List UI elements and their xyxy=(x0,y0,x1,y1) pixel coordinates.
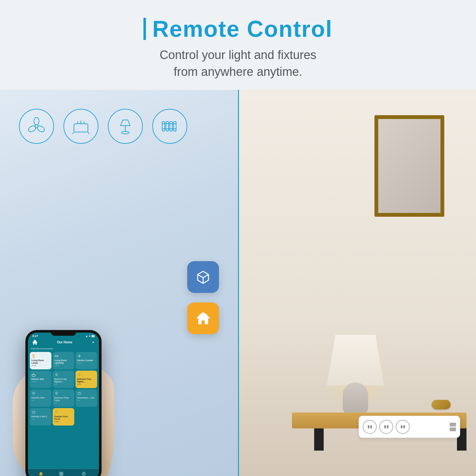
tile-floor-lamp-icon xyxy=(54,391,59,396)
outlet-hole xyxy=(368,425,369,428)
fan-icon xyxy=(27,117,46,136)
svg-point-3 xyxy=(28,125,37,133)
tile-name-kitchen-sink: Kitchen Sink xyxy=(31,378,50,380)
tile-name-downstairs-hall: Downstairs... Hall xyxy=(77,397,96,399)
nav-home-icon xyxy=(39,472,43,476)
nav-home[interactable]: Home xyxy=(38,472,43,476)
left-panel: 8:27 ▲ ● ▮▮ Our Home + Favorite Accessor… xyxy=(0,90,238,476)
lamp-base xyxy=(343,382,368,414)
tile-name-outside-front-porch: Outside Front Porch xyxy=(54,415,73,420)
page-title: Remote Control xyxy=(152,16,333,42)
svg-rect-4 xyxy=(74,124,88,132)
phone-section-title: Favorite Accessories xyxy=(28,346,99,351)
svg-rect-16 xyxy=(174,122,176,131)
usb-port-2 xyxy=(450,427,456,431)
tile-front-porch-icon xyxy=(54,410,59,414)
lamp-icon xyxy=(116,117,135,136)
tile-name-outside-patio: Outside Patio xyxy=(31,397,50,399)
lamp-icon-circle xyxy=(108,109,143,144)
svg-rect-48 xyxy=(62,472,63,473)
nav-automation-icon xyxy=(82,472,86,476)
nav-rooms[interactable]: Rooms xyxy=(58,472,64,476)
toaster-icon-circle xyxy=(63,109,98,144)
tile-outside-front-porch[interactable]: Outside Front Porch 100% xyxy=(53,408,74,426)
usb-port-1 xyxy=(450,423,456,426)
tile-strip-icon xyxy=(54,354,59,358)
svg-rect-25 xyxy=(32,374,35,376)
phone-frame: 8:27 ▲ ● ▮▮ Our Home + Favorite Accessor… xyxy=(25,330,102,476)
tile-status-bedroom-nightstand2: 60% xyxy=(77,383,96,385)
tile-status-outside-front-porch: 100% xyxy=(54,421,73,423)
tile-sink-icon xyxy=(31,373,36,377)
outlet-hole xyxy=(384,425,386,428)
tile-status-hallway2: Off xyxy=(31,418,50,420)
phone-notch xyxy=(51,330,76,336)
svg-marker-29 xyxy=(78,374,80,375)
title-bar-decoration xyxy=(143,18,146,40)
tile-status-bedroom-floor-lamp: Off xyxy=(54,402,73,404)
svg-point-51 xyxy=(82,472,85,475)
svg-line-8 xyxy=(73,132,74,134)
svg-rect-38 xyxy=(78,393,81,394)
svg-point-31 xyxy=(33,392,35,394)
svg-marker-10 xyxy=(121,120,130,126)
tile-hallway2[interactable]: Hallway 2 Hall 2 Off xyxy=(30,408,51,426)
svg-rect-22 xyxy=(55,355,58,357)
status-icons: ▲ ● ▮▮ xyxy=(85,334,95,338)
tile-name-bedroom-floor-lamp: Bedroom Floor Lamp xyxy=(54,397,73,402)
phone-tile-grid: Living Room Lamps 100% Living Room Light… xyxy=(28,351,99,427)
tile-outside-patio[interactable]: Outside Patio Off xyxy=(30,389,51,407)
outlet-hole xyxy=(403,425,405,428)
subtitle: Control your light and fixtures from any… xyxy=(0,47,476,80)
phone-add-icon[interactable]: + xyxy=(92,340,95,345)
outlet-holes-2 xyxy=(384,425,388,428)
usb-ports xyxy=(450,423,456,431)
svg-point-2 xyxy=(36,125,45,133)
phone-nav-bar: Our Home + xyxy=(28,338,99,346)
tile-downstairs-hall[interactable]: Downstairs... Hall Off xyxy=(76,389,97,407)
radiator-icon xyxy=(160,117,179,136)
header-section: Remote Control Control your light and fi… xyxy=(0,0,476,90)
subtitle-line2: from anywhere anytime. xyxy=(174,65,302,78)
svg-marker-36 xyxy=(56,392,57,393)
svg-rect-14 xyxy=(166,122,169,131)
tile-kitchen-sink[interactable]: Kitchen Sink 100% xyxy=(30,371,51,388)
tile-status-outside-patio: Off xyxy=(31,400,50,401)
tile-bedroom-nightstand2[interactable]: Bedroom Your Nights... 60% xyxy=(76,371,97,388)
tile-name-lightstrip: Living Room Lightstrip xyxy=(54,359,73,364)
outlet-holes-1 xyxy=(368,425,372,428)
svg-point-1 xyxy=(34,117,39,125)
fan-icon-circle xyxy=(19,109,54,144)
tile-name-bedroom-nightstand2: Bedroom Your Nights... xyxy=(77,378,96,383)
outlet-hole xyxy=(401,425,402,428)
room-mirror xyxy=(374,115,444,217)
page-container: Remote Control Control your light and fi… xyxy=(0,0,476,476)
lamp-shade xyxy=(327,335,384,386)
tile-kitchen-counter[interactable]: Kitchen Counter 100% xyxy=(76,352,97,369)
app-icons-float xyxy=(187,261,219,334)
svg-rect-15 xyxy=(170,122,172,131)
tile-living-room-lamps[interactable]: Living Room Lamps 100% xyxy=(30,352,51,369)
nav-automation[interactable]: Automation xyxy=(79,472,89,476)
tile-bedroom-floor-lamp[interactable]: Bedroom Floor Lamp Off xyxy=(53,389,74,407)
table-leg-left xyxy=(314,425,324,451)
svg-rect-13 xyxy=(162,122,165,131)
phone-home-label: Our Home xyxy=(57,340,72,344)
tile-status-bedroom-nightstand: Off xyxy=(54,383,73,385)
meross-app-icon[interactable] xyxy=(187,261,219,293)
svg-marker-46 xyxy=(39,472,43,476)
divider-line xyxy=(238,90,239,476)
tile-nightstand-icon xyxy=(54,373,59,377)
phone-time: 8:27 xyxy=(32,334,38,338)
radiator-icon-circle xyxy=(152,109,187,144)
outlet-3 xyxy=(396,420,410,434)
phone-wrapper: 8:27 ▲ ● ▮▮ Our Home + Favorite Accessor… xyxy=(25,330,102,476)
tile-bedroom-nightstand[interactable]: Bedroom My Nightst... Off xyxy=(53,371,74,388)
smart-home-app-icon[interactable] xyxy=(187,302,219,334)
svg-rect-49 xyxy=(60,474,61,475)
tile-counter-icon xyxy=(77,354,82,358)
nav-rooms-icon xyxy=(59,472,63,476)
svg-rect-40 xyxy=(32,411,35,413)
svg-marker-27 xyxy=(56,374,57,375)
tile-living-room-lightstrip[interactable]: Living Room Lightstrip 100% xyxy=(53,352,74,369)
